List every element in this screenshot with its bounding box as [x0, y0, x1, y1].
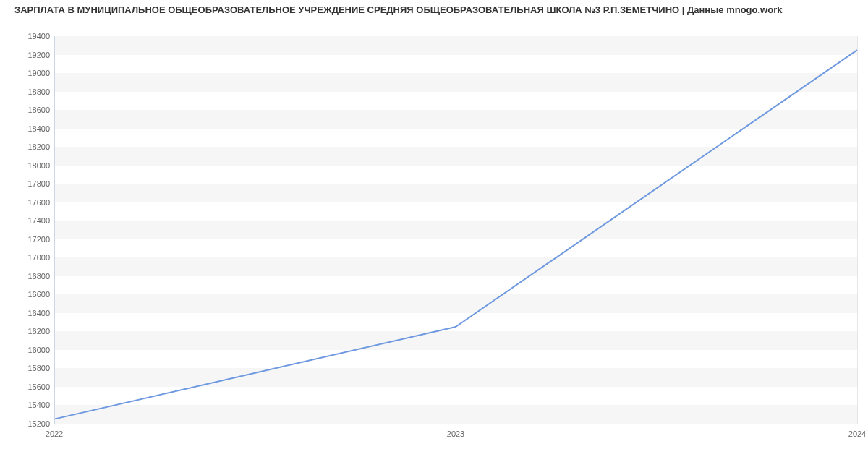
y-tick-label: 17600	[27, 198, 50, 207]
y-tick-label: 17200	[27, 235, 50, 244]
x-tick-label: 2023	[447, 430, 464, 438]
y-tick-label: 16200	[27, 327, 50, 336]
x-tick-label: 2022	[46, 430, 63, 438]
y-tick-label: 15200	[27, 419, 50, 428]
y-tick-label: 18800	[27, 87, 50, 96]
y-tick-label: 19000	[27, 69, 50, 77]
x-axis-line	[54, 424, 857, 424]
y-tick-label: 19400	[27, 32, 50, 40]
y-tick-label: 18000	[27, 161, 50, 170]
y-tick-label: 19200	[27, 51, 50, 59]
y-tick-label: 15600	[27, 383, 50, 391]
y-tick-label: 15400	[27, 401, 50, 409]
line-series	[54, 36, 857, 424]
chart-root: ЗАРПЛАТА В МУНИЦИПАЛЬНОЕ ОБЩЕОБРАЗОВАТЕЛ…	[0, 0, 868, 470]
y-tick-label: 18600	[27, 106, 50, 114]
x-tick-label: 2024	[848, 430, 866, 438]
line-path	[54, 50, 857, 419]
y-tick-label: 16000	[27, 346, 50, 354]
plot-area	[54, 36, 857, 424]
y-tick-label: 16400	[27, 309, 50, 317]
y-tick-label: 16600	[27, 290, 50, 299]
chart-title: ЗАРПЛАТА В МУНИЦИПАЛЬНОЕ ОБЩЕОБРАЗОВАТЕЛ…	[14, 4, 782, 15]
y-tick-label: 18400	[27, 124, 50, 133]
y-tick-label: 15800	[27, 364, 50, 372]
y-tick-label: 17800	[27, 179, 50, 188]
y-tick-label: 17400	[27, 216, 50, 225]
y-tick-label: 16800	[27, 272, 50, 281]
y-axis-line	[54, 36, 55, 424]
y-tick-label: 17000	[27, 253, 50, 262]
gridline-vertical	[857, 36, 858, 424]
y-tick-label: 18200	[27, 142, 50, 151]
